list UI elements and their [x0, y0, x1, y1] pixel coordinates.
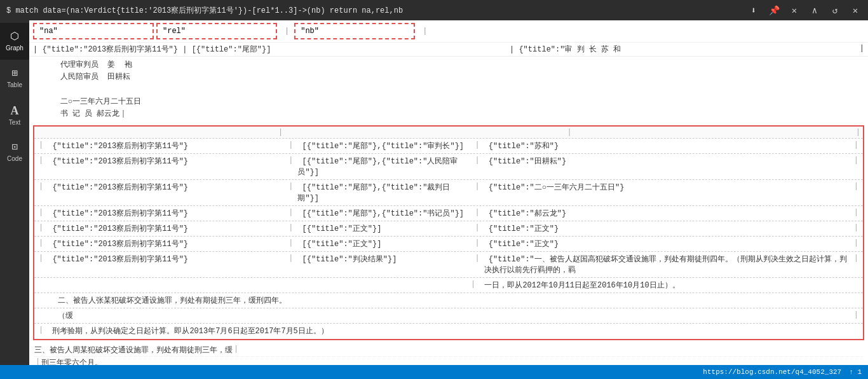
sidebar-item-table[interactable]: ⊞ Table	[0, 60, 29, 97]
sidebar-label-table: Table	[7, 81, 22, 88]
preview-line-2: 人民陪审员 田耕耘	[42, 71, 855, 83]
pin-btn[interactable]: 📌	[768, 5, 780, 16]
table-row: | 一日，即从2012年10月11日起至2016年10月10日止）。	[34, 278, 863, 293]
sidebar-item-code[interactable]: ⊡ Code	[0, 134, 29, 170]
sidebar: ⬡ Graph ⊞ Table A Text ⊡ Code	[0, 20, 29, 365]
sidebar-item-graph[interactable]: ⬡ Graph	[0, 23, 29, 60]
table-row: | {"title":"2013察后刑初字第11号"} | [{"title":…	[34, 139, 863, 154]
col-header-nb: "nb"	[294, 23, 415, 39]
preview-line-3	[42, 83, 855, 95]
window-close-btn[interactable]: ✕	[849, 5, 862, 16]
table-col-nb	[572, 128, 856, 137]
table-col-rel	[283, 128, 567, 137]
table-row: | {"title":"2013察后刑初字第11号"} | [{"title":…	[34, 252, 863, 278]
text-icon: A	[11, 105, 19, 116]
graph-icon: ⬡	[10, 32, 19, 42]
top-result-nb: | {"title":"审 判 长 苏 和	[510, 44, 621, 55]
pipe-2: |	[417, 27, 432, 36]
table-row: （缓 |	[34, 308, 863, 324]
status-bar: https://blog.csdn.net/q4_4052_327 ↑ 1	[0, 365, 868, 379]
sidebar-item-text[interactable]: A Text	[0, 97, 29, 134]
results-table: | | | | {"title":"2013察后刑初字第11号"} | [{"t…	[33, 125, 864, 340]
table-row: | {"title":"2013察后刑初字第11号"} | [{"title":…	[34, 206, 863, 221]
table-col-na	[37, 128, 278, 137]
sidebar-label-code: Code	[7, 155, 22, 162]
download-btn[interactable]: ⬇	[747, 5, 760, 16]
preview-line-5: 书 记 员 郝云龙｜	[42, 108, 855, 120]
code-icon: ⊡	[11, 142, 18, 153]
pipe-1: |	[280, 27, 294, 36]
sidebar-label-text: Text	[9, 119, 20, 126]
top-result-na: | {"title":"2013察后刑初字第11号"} | [{"title":…	[33, 44, 271, 55]
status-url: https://blog.csdn.net/q4_4052_327	[703, 368, 841, 376]
sidebar-label-graph: Graph	[6, 45, 24, 52]
close-x-btn[interactable]: ✕	[788, 5, 801, 16]
top-result-pipe: |	[860, 44, 864, 55]
content-area[interactable]: "na" "rel" | "nb" | | {"title":"2013察后刑初…	[29, 20, 868, 365]
table-row: | {"title":"2013察后刑初字第11号"} | [{"title":…	[34, 154, 863, 180]
preview-block: 代理审判员 姜 袍 人民陪审员 田耕耘 二○一三年六月二十五日 书 记 员 郝云…	[29, 57, 868, 123]
col-header-rel: "rel"	[156, 23, 277, 39]
title-bar-controls: ⬇ 📌 ✕ ∧ ↺ ✕	[747, 5, 862, 16]
table-row: 二、被告人张某犯破坏交通设施罪，判处有期徒刑三年，缓刑四年。	[34, 293, 863, 308]
status-extra: ↑ 1	[849, 368, 862, 376]
main-layout: ⬡ Graph ⊞ Table A Text ⊡ Code "na" "rel"…	[0, 20, 868, 365]
table-row: | {"title":"2013察后刑初字第11号"} | [{"title":…	[34, 180, 863, 206]
refresh-btn[interactable]: ↺	[829, 5, 841, 16]
table-row: | 刑考验期，从判决确定之日起计算。即从2013年7月6日起至2017年7月5日…	[34, 324, 863, 339]
title-bar-left: $ match data=(na:Verdict{title:'2013察后刑初…	[6, 5, 403, 16]
extra-row-1: 三、被告人周某犯破坏交通设施罪，判处有期徒刑三年，缓 |	[34, 344, 863, 357]
table-row: | {"title":"2013察后刑初字第11号"} | [{"title":…	[34, 237, 863, 252]
title-bar: $ match data=(na:Verdict{title:'2013察后刑初…	[0, 0, 868, 20]
preview-line-1: 代理审判员 姜 袍	[42, 59, 855, 71]
table-icon: ⊞	[11, 69, 18, 79]
col-header-na: "na"	[33, 23, 154, 39]
preview-line-4: 二○一三年六月二十五日	[42, 96, 855, 108]
title-bar-command: $ match data=(na:Verdict{title:'2013察后刑初…	[6, 5, 403, 16]
extra-row-2: | 刑三年零六个月。	[34, 357, 863, 365]
chevron-up-btn[interactable]: ∧	[808, 5, 821, 16]
table-row: | {"title":"2013察后刑初字第11号"} | [{"title":…	[34, 221, 863, 237]
